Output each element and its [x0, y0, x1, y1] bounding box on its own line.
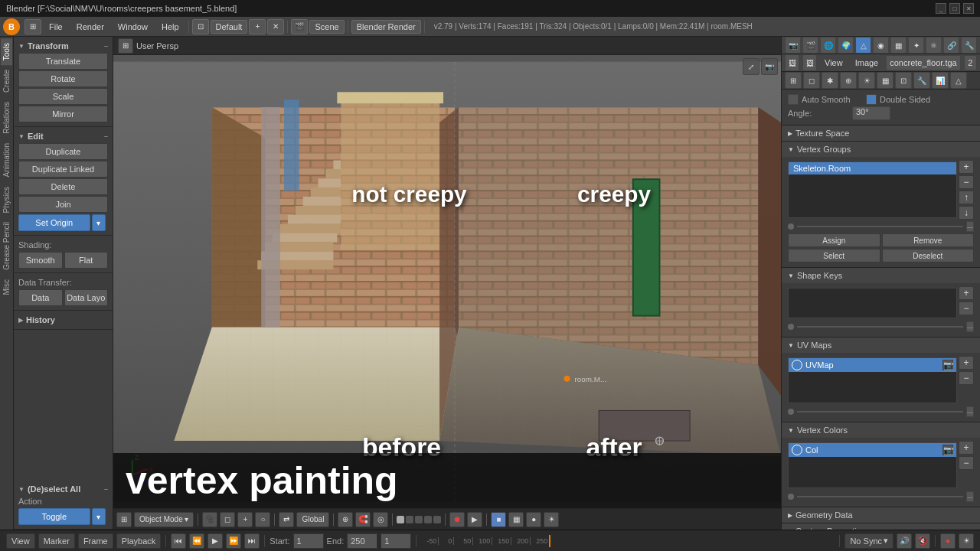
- texture-name-field[interactable]: concrete_floor.tga: [886, 55, 960, 70]
- layer-dot-1[interactable]: [397, 516, 404, 523]
- viewport[interactable]: ⊞ User Persp: [113, 37, 781, 530]
- edit-header[interactable]: ▼ Edit –: [18, 130, 108, 142]
- rph-render-icon[interactable]: 🎬: [802, 37, 818, 54]
- image-btn[interactable]: Image: [851, 57, 884, 69]
- vg-down-btn[interactable]: ↓: [959, 206, 974, 220]
- scale-btn[interactable]: Scale: [18, 88, 108, 105]
- sk-add-btn[interactable]: +: [959, 286, 974, 300]
- vg-assign-btn[interactable]: Assign: [788, 233, 880, 247]
- set-origin-arrow-btn[interactable]: ▾: [92, 214, 106, 231]
- rph-constraints-icon[interactable]: 🔗: [943, 37, 959, 54]
- layout-icon[interactable]: ⊡: [192, 19, 209, 34]
- prop-icon-4[interactable]: ⊕: [840, 72, 857, 89]
- set-origin-btn[interactable]: Set Origin: [18, 214, 90, 231]
- vb-solid-icon[interactable]: ■: [491, 512, 506, 527]
- toggle-arrow-btn[interactable]: ▾: [92, 508, 106, 525]
- vb-editor-icon[interactable]: ⊞: [116, 512, 132, 527]
- vg-add-btn[interactable]: +: [959, 160, 974, 174]
- rotate-btn[interactable]: Rotate: [18, 70, 108, 87]
- render-engine-dropdown[interactable]: Blender Render: [351, 20, 421, 34]
- uv-map-camera-btn[interactable]: 📷: [942, 360, 953, 370]
- vb-view-icon[interactable]: 🎥: [202, 512, 217, 527]
- global-btn[interactable]: Global: [296, 512, 329, 527]
- menu-help[interactable]: Help: [155, 21, 185, 33]
- delete-btn[interactable]: Delete: [18, 178, 108, 195]
- double-sided-checkbox[interactable]: [866, 94, 877, 105]
- prop-icon-3[interactable]: ✱: [822, 72, 838, 89]
- tab-animation[interactable]: Animation: [1, 139, 12, 181]
- uv-maps-header[interactable]: ▼ UV Maps: [782, 337, 980, 353]
- tab-create[interactable]: Create: [1, 65, 12, 97]
- tab-misc[interactable]: Misc: [1, 275, 12, 300]
- vb-sel-icon[interactable]: ◻: [220, 512, 235, 527]
- vb-add-icon[interactable]: +: [237, 512, 253, 527]
- prop-icon-1[interactable]: ⊞: [785, 72, 802, 89]
- vb-proportional-icon[interactable]: ◎: [373, 512, 388, 527]
- rph-texture-icon[interactable]: ▦: [890, 37, 906, 54]
- smooth-btn[interactable]: Smooth: [18, 252, 63, 269]
- rph-physics-icon[interactable]: ⚛: [926, 37, 942, 54]
- tab-relations[interactable]: Relations: [1, 97, 12, 139]
- vertex-colors-header[interactable]: ▼ Vertex Colors: [782, 422, 980, 438]
- del-area-icon[interactable]: ✕: [267, 19, 284, 34]
- transform-header[interactable]: ▼ Transform –: [18, 40, 108, 52]
- uv-add-btn[interactable]: +: [959, 356, 974, 370]
- close-btn[interactable]: ✕: [963, 3, 974, 14]
- viewport-mode-icon[interactable]: ⊞: [118, 38, 133, 54]
- vb-object-icon[interactable]: ○: [255, 512, 270, 527]
- tab-tools[interactable]: Tools: [1, 38, 12, 65]
- vb-record-icon[interactable]: ⏺: [449, 512, 465, 527]
- image-icon[interactable]: 🖼: [802, 54, 817, 71]
- prop-icon-9[interactable]: 📊: [932, 72, 949, 89]
- vb-material-icon[interactable]: ●: [526, 512, 541, 527]
- layer-dot-3[interactable]: [415, 516, 423, 523]
- menu-render[interactable]: Render: [70, 21, 110, 33]
- editor-type-icon[interactable]: ⊞: [24, 19, 41, 34]
- start-field[interactable]: 1: [293, 533, 324, 549]
- maximize-viewport-btn[interactable]: ⤢: [743, 58, 760, 75]
- menu-file[interactable]: File: [43, 21, 69, 33]
- vc-item[interactable]: Col 📷: [789, 443, 956, 457]
- view-icon[interactable]: 🖼: [785, 54, 799, 71]
- deselect-header[interactable]: ▼ (De)select All –: [18, 483, 108, 495]
- prop-icon-10[interactable]: △: [950, 72, 967, 89]
- layer-dot-4[interactable]: [424, 516, 432, 523]
- uv-map-item[interactable]: UVMap 📷: [789, 358, 956, 372]
- rph-particles-icon[interactable]: ✦: [908, 37, 924, 54]
- tab-grease-pencil[interactable]: Grease Pencil: [1, 217, 12, 275]
- vb-play-icon[interactable]: ▶: [467, 512, 482, 527]
- rph-world-icon[interactable]: 🌍: [838, 37, 854, 54]
- vg-up-btn[interactable]: ↑: [959, 191, 974, 204]
- join-btn[interactable]: Join: [18, 196, 108, 213]
- playback-btn[interactable]: Playback: [116, 533, 162, 549]
- vc-camera-btn[interactable]: 📷: [942, 445, 953, 455]
- timeline-area[interactable]: -50 0 50 100 150 200 250: [421, 535, 835, 547]
- texture-count[interactable]: 2: [964, 55, 977, 70]
- rph-object-data-icon[interactable]: △: [855, 37, 871, 54]
- prop-icon-6[interactable]: ▦: [877, 72, 893, 89]
- prop-icon-5[interactable]: ☀: [858, 72, 875, 89]
- uv-remove-btn[interactable]: −: [959, 371, 974, 385]
- skip-end-icon[interactable]: ⏭: [244, 533, 260, 549]
- mute-icon[interactable]: 🔇: [915, 533, 930, 549]
- titlebar-controls[interactable]: _ □ ✕: [936, 3, 974, 14]
- vb-snap-icon[interactable]: 🧲: [355, 512, 371, 527]
- duplicate-linked-btn[interactable]: Duplicate Linked: [18, 161, 108, 178]
- layer-dot-5[interactable]: [433, 516, 441, 523]
- vb-rendered-icon[interactable]: ☀: [544, 512, 559, 527]
- texture-space-header[interactable]: ▶ Texture Space: [782, 126, 980, 141]
- data-btn[interactable]: Data: [18, 289, 63, 306]
- add-area-icon[interactable]: +: [249, 19, 266, 34]
- skip-start-icon[interactable]: ⏮: [171, 533, 186, 549]
- shape-keys-header[interactable]: ▼ Shape Keys: [782, 268, 980, 283]
- rph-camera-icon[interactable]: 📷: [785, 37, 801, 54]
- current-frame-field[interactable]: 1: [381, 533, 411, 549]
- geometry-data-header[interactable]: ▶ Geometry Data: [782, 507, 980, 523]
- prop-icon-8[interactable]: 🔧: [913, 72, 930, 89]
- view-btn[interactable]: View: [6, 533, 35, 549]
- view-btn[interactable]: View: [820, 57, 848, 69]
- vg-remove-btn[interactable]: −: [959, 175, 974, 189]
- data-layo-btn[interactable]: Data Layo: [64, 289, 109, 306]
- mirror-btn[interactable]: Mirror: [18, 106, 108, 122]
- camera-view-btn[interactable]: 📷: [761, 58, 778, 75]
